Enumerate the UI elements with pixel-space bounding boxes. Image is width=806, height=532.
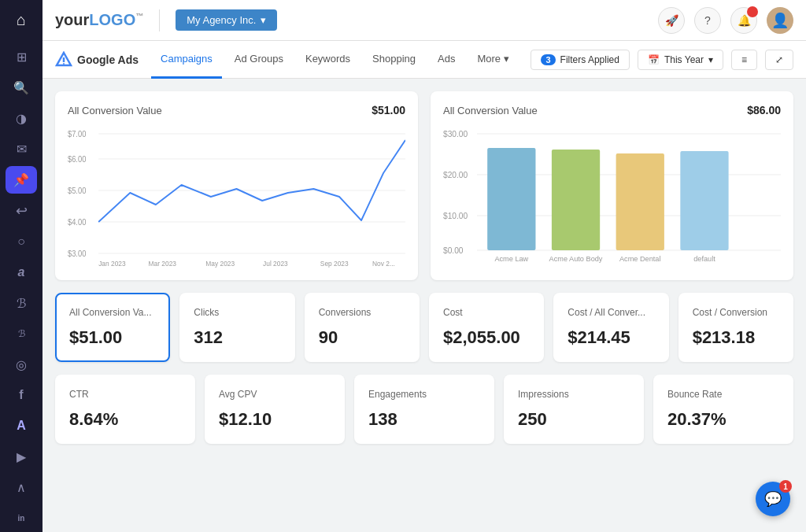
- metric-label-avg-cpv: Avg CPV: [219, 389, 331, 400]
- sidebar-item-circle2[interactable]: ◎: [6, 351, 37, 379]
- question-icon: ?: [704, 14, 711, 27]
- top-header: yourLOGO™ My Agency Inc. ▾ 🚀 ? 🔔 👤: [43, 0, 806, 41]
- sidebar-item-circle[interactable]: ○: [6, 227, 37, 255]
- logo-divider: [159, 9, 160, 31]
- sidebar-item-ads2[interactable]: ∧: [6, 474, 37, 501]
- metric-card-cost-conversion[interactable]: Cost / Conversion $213.18: [678, 293, 793, 362]
- svg-text:Mar 2023: Mar 2023: [149, 260, 177, 268]
- metric-value-impressions: 250: [518, 409, 630, 430]
- metric-card-engagements[interactable]: Engagements 138: [354, 375, 494, 444]
- logo: yourLOGO™: [55, 11, 143, 29]
- sidebar-item-message[interactable]: ✉: [6, 135, 37, 163]
- date-label: This Year: [664, 54, 704, 65]
- agency-label: My Agency Inc.: [187, 14, 256, 26]
- metric-label-cost-all-conver: Cost / All Conver...: [568, 307, 654, 318]
- help-button[interactable]: ?: [694, 7, 721, 34]
- metric-value-clicks: 312: [194, 327, 280, 348]
- tab-ad-groups[interactable]: Ad Groups: [225, 41, 293, 79]
- right-chart-card: All Conversion Value $86.00 $30.00 $20.0…: [431, 91, 793, 280]
- metric-label-ctr: CTR: [69, 389, 181, 400]
- line-chart-svg: $7.00 $6.00 $5.00 $4.00 $3.00: [68, 126, 405, 268]
- notification-badge: [747, 6, 758, 17]
- svg-text:$3.00: $3.00: [68, 249, 86, 258]
- metric-value-all-conversion: $51.00: [69, 327, 156, 348]
- sidebar-item-play[interactable]: ▶: [6, 443, 37, 471]
- sidebar-item-facebook[interactable]: f: [6, 382, 37, 409]
- tab-shopping[interactable]: Shopping: [363, 41, 425, 79]
- metric-card-clicks[interactable]: Clicks 312: [179, 293, 294, 362]
- metric-label-impressions: Impressions: [518, 389, 630, 400]
- calendar-icon: 📅: [648, 54, 660, 65]
- sidebar-item-linkedin[interactable]: in: [6, 504, 37, 532]
- share-button[interactable]: ⤢: [765, 50, 793, 70]
- left-chart-title: All Conversion Value: [68, 105, 162, 116]
- metric-card-cost[interactable]: Cost $2,055.00: [429, 293, 544, 362]
- right-chart-header: All Conversion Value $86.00: [443, 104, 781, 116]
- sidebar-item-google-ads[interactable]: A: [6, 412, 37, 440]
- metric-label-conversions: Conversions: [319, 307, 405, 318]
- right-chart-title: All Conversion Value: [443, 105, 538, 116]
- left-chart-card: All Conversion Value $51.00 $7.00 $6.00 …: [55, 91, 418, 280]
- sidebar: ⌂ ⊞ 🔍 ◑ ✉ 📌 ↩ ○ a ℬ ℬ ◎ f A ▶ ∧ in: [0, 0, 43, 532]
- tab-more[interactable]: More ▾: [468, 41, 519, 79]
- google-ads-brand: Google Ads: [55, 51, 139, 68]
- svg-text:$6.00: $6.00: [68, 155, 86, 164]
- metric-card-conversions[interactable]: Conversions 90: [305, 293, 420, 362]
- charts-row: All Conversion Value $51.00 $7.00 $6.00 …: [55, 91, 793, 280]
- filters-button[interactable]: 3 Filters Applied: [531, 50, 630, 70]
- metric-label-cost: Cost: [443, 307, 530, 318]
- svg-text:Nov 2...: Nov 2...: [372, 260, 395, 268]
- svg-text:Jul 2023: Jul 2023: [263, 260, 288, 268]
- columns-icon: ≡: [741, 54, 747, 65]
- svg-text:$5.00: $5.00: [68, 187, 86, 195]
- sidebar-item-pin[interactable]: 📌: [6, 166, 37, 194]
- filter-label: Filters Applied: [560, 54, 619, 65]
- svg-text:Sep 2023: Sep 2023: [320, 260, 349, 268]
- metrics-row-1: All Conversion Va... $51.00 Clicks 312 C…: [55, 293, 793, 362]
- bar-chart-svg: $30.00 $20.00 $10.00 $0.00: [443, 126, 781, 268]
- sidebar-item-b1[interactable]: ℬ: [6, 290, 37, 317]
- tab-campaigns[interactable]: Campaigns: [151, 41, 222, 79]
- sidebar-item-chart[interactable]: ◑: [6, 105, 37, 132]
- svg-text:$4.00: $4.00: [68, 218, 86, 227]
- metric-value-engagements: 138: [368, 409, 480, 430]
- svg-text:May 2023: May 2023: [205, 260, 235, 268]
- svg-point-2: [63, 63, 65, 65]
- sidebar-item-grid[interactable]: ⊞: [6, 43, 37, 71]
- svg-text:$20.00: $20.00: [443, 171, 468, 179]
- date-button[interactable]: 📅 This Year ▾: [638, 50, 723, 70]
- rocket-button[interactable]: 🚀: [658, 7, 685, 34]
- metric-card-bounce-rate[interactable]: Bounce Rate 20.37%: [653, 375, 793, 444]
- metric-card-cost-all-conver[interactable]: Cost / All Conver... $214.45: [553, 293, 668, 362]
- metric-label-cost-conversion: Cost / Conversion: [693, 307, 779, 318]
- sidebar-item-search[interactable]: 🔍: [6, 74, 37, 102]
- tab-keywords[interactable]: Keywords: [296, 41, 360, 79]
- chat-icon: 💬: [764, 490, 782, 508]
- tab-ads[interactable]: Ads: [428, 41, 464, 79]
- avatar[interactable]: 👤: [767, 7, 793, 34]
- right-chart-value: $86.00: [747, 104, 781, 116]
- metric-card-avg-cpv[interactable]: Avg CPV $12.10: [205, 375, 345, 444]
- sidebar-item-curve[interactable]: ↩: [6, 197, 37, 224]
- sidebar-item-b2[interactable]: ℬ: [6, 320, 37, 348]
- left-line-chart: $7.00 $6.00 $5.00 $4.00 $3.00: [68, 126, 405, 268]
- svg-rect-30: [680, 151, 728, 250]
- notifications-button[interactable]: 🔔: [730, 7, 757, 34]
- svg-rect-27: [487, 148, 535, 250]
- svg-text:Jan 2023: Jan 2023: [98, 260, 126, 268]
- metric-card-all-conversion[interactable]: All Conversion Va... $51.00: [55, 293, 170, 362]
- svg-rect-28: [552, 150, 600, 250]
- metric-card-ctr[interactable]: CTR 8.64%: [55, 375, 195, 444]
- left-chart-value: $51.00: [372, 104, 405, 116]
- date-dropdown-icon: ▾: [708, 54, 713, 65]
- rocket-icon: 🚀: [665, 14, 678, 27]
- columns-button[interactable]: ≡: [731, 50, 757, 70]
- header-icons: 🚀 ? 🔔 👤: [658, 7, 793, 34]
- agency-button[interactable]: My Agency Inc. ▾: [176, 9, 277, 31]
- metric-card-impressions[interactable]: Impressions 250: [504, 375, 644, 444]
- sidebar-item-amazon[interactable]: a: [6, 259, 37, 286]
- chat-bubble[interactable]: 💬 1: [756, 482, 790, 516]
- metric-value-cost: $2,055.00: [443, 327, 530, 348]
- chat-notification-badge: 1: [779, 480, 792, 493]
- main-area: yourLOGO™ My Agency Inc. ▾ 🚀 ? 🔔 👤: [43, 0, 806, 532]
